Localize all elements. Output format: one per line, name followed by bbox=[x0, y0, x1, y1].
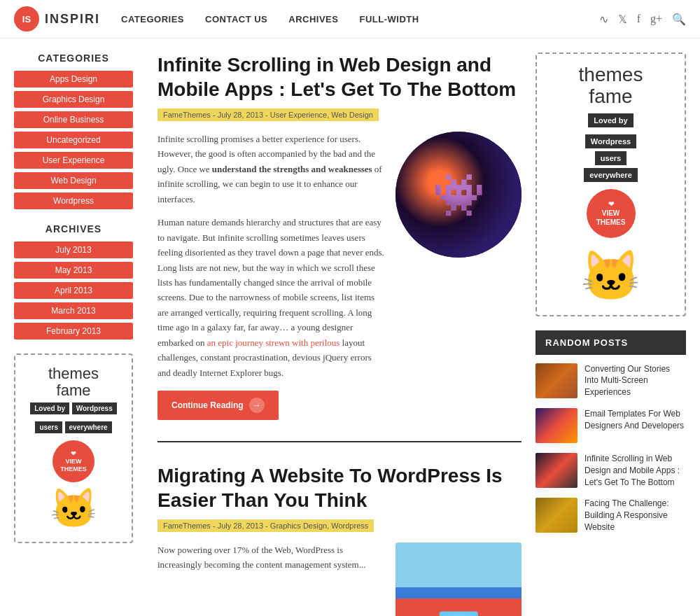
right-ad[interactable]: themes fame Loved by Wordpress users eve… bbox=[536, 52, 686, 316]
rss-icon[interactable]: ∿ bbox=[599, 13, 608, 26]
gplus-icon[interactable]: g+ bbox=[650, 13, 662, 25]
sidebar-item-uncategorized[interactable]: Uncategorized bbox=[14, 132, 133, 148]
monster-illustration bbox=[396, 132, 522, 258]
logo[interactable]: IS INSPIRI bbox=[14, 6, 100, 31]
continue-reading-button[interactable]: Continue Reading → bbox=[158, 391, 279, 420]
article-1-title: Infinite Scrolling in Web Design and Mob… bbox=[158, 52, 522, 102]
random-post-4[interactable]: Facing The Challenge: Building A Respons… bbox=[536, 498, 686, 533]
search-icon[interactable]: 🔍 bbox=[672, 13, 686, 26]
archives-title: ARCHIVES bbox=[14, 223, 133, 234]
city-illustration bbox=[396, 542, 522, 616]
random-post-3-thumb bbox=[536, 453, 578, 488]
right-ad-badge[interactable]: ❤ VIEW THEMES bbox=[587, 189, 636, 238]
article-2-body: Now powering over 17% of the Web, WordPr… bbox=[158, 542, 522, 616]
nav-categories[interactable]: CATEGORIES bbox=[121, 14, 184, 24]
article-link[interactable]: an epic journey strewn with peri bbox=[207, 337, 325, 348]
article-1: Infinite Scrolling in Web Design and Mob… bbox=[158, 52, 522, 442]
right-ad-script: themes fame bbox=[579, 64, 643, 108]
article-1-body: Infinite scrolling promises a better exp… bbox=[158, 132, 522, 380]
facebook-icon[interactable]: f bbox=[637, 13, 640, 25]
sidebar-archive-march2013[interactable]: March 2013 bbox=[14, 302, 133, 319]
archives-list: July 2013 May 2013 April 2013 March 2013… bbox=[14, 241, 133, 340]
sidebar-archive-may2013[interactable]: May 2013 bbox=[14, 262, 133, 279]
twitter-icon[interactable]: 𝕏 bbox=[618, 13, 627, 26]
sidebar-archive-july2013[interactable]: July 2013 bbox=[14, 241, 133, 258]
right-ad-tagline1: Loved by bbox=[588, 113, 633, 127]
main-nav: CATEGORIES CONTACT US ARCHIVES FULL-WIDT… bbox=[121, 14, 599, 24]
random-post-2-thumb bbox=[536, 408, 578, 443]
right-ad-tagline3: users bbox=[595, 151, 626, 165]
nav-contact[interactable]: CONTACT US bbox=[205, 14, 267, 24]
right-ad-cat-image: 🐱 bbox=[580, 247, 641, 304]
article-1-image bbox=[396, 132, 522, 258]
article-1-meta: FameThemes - July 28, 2013 - User Experi… bbox=[158, 108, 379, 121]
categories-list: Apps Design Graphics Design Online Busin… bbox=[14, 71, 133, 209]
article-2: Migrating A Website To WordPress Is Easi… bbox=[158, 463, 522, 616]
sidebar-item-web-design[interactable]: Web Design bbox=[14, 172, 133, 189]
left-sidebar: CATEGORIES Apps Design Graphics Design O… bbox=[14, 52, 144, 616]
sidebar-item-apps-design[interactable]: Apps Design bbox=[14, 71, 133, 88]
right-ad-tagline2: Wordpress bbox=[585, 134, 636, 148]
random-post-1[interactable]: Converting Our Stories Into Multi-Screen… bbox=[536, 363, 686, 398]
random-post-2-title[interactable]: Email Templates For Web Designers And De… bbox=[584, 408, 686, 432]
sidebar-ad[interactable]: themes fame Loved by Wordpress users eve… bbox=[14, 354, 133, 543]
sidebar-item-online-business[interactable]: Online Business bbox=[14, 111, 133, 128]
sidebar-item-user-experience[interactable]: User Experience bbox=[14, 152, 133, 169]
random-post-4-title[interactable]: Facing The Challenge: Building A Respons… bbox=[584, 498, 686, 533]
header-icons: ∿ 𝕏 f g+ 🔍 bbox=[599, 13, 686, 26]
random-post-4-thumb bbox=[536, 498, 578, 533]
article-2-text: Now powering over 17% of the Web, WordPr… bbox=[158, 542, 385, 616]
arrow-icon: → bbox=[249, 398, 265, 413]
sidebar-ad-tagline1: Loved by bbox=[30, 402, 69, 414]
random-post-3[interactable]: Infinite Scrolling in Web Design and Mob… bbox=[536, 453, 686, 488]
right-ad-tagline4: everywhere bbox=[584, 168, 638, 182]
sidebar-archive-april2013[interactable]: April 2013 bbox=[14, 282, 133, 299]
sidebar-ad-badge[interactable]: ❤ VIEW THEMES bbox=[52, 440, 94, 482]
sidebar-cat-image: 🐱 bbox=[22, 486, 125, 531]
nav-archives[interactable]: ARCHIVES bbox=[288, 14, 338, 24]
page-container: CATEGORIES Apps Design Graphics Design O… bbox=[0, 38, 700, 616]
sidebar-item-graphics-design[interactable]: Graphics Design bbox=[14, 91, 133, 108]
logo-icon: IS bbox=[14, 6, 39, 31]
logo-name: INSPIRI bbox=[45, 12, 100, 27]
article-2-meta: FameThemes - July 28, 2013 - Graphics De… bbox=[158, 519, 374, 532]
random-post-1-title[interactable]: Converting Our Stories Into Multi-Screen… bbox=[584, 363, 686, 398]
header: IS INSPIRI CATEGORIES CONTACT US ARCHIVE… bbox=[0, 0, 700, 38]
sidebar-ad-script: themes fame bbox=[22, 365, 125, 399]
sidebar-archive-feb2013[interactable]: February 2013 bbox=[14, 323, 133, 340]
nav-fullwidth[interactable]: FULL-WIDTH bbox=[359, 14, 419, 24]
sidebar-ad-tagline2: Wordpress bbox=[72, 402, 117, 414]
article-link2[interactable]: lous bbox=[325, 337, 340, 348]
article-2-title: Migrating A Website To WordPress Is Easi… bbox=[158, 463, 522, 512]
random-posts-title: RANDOM POSTS bbox=[536, 330, 686, 355]
random-post-2[interactable]: Email Templates For Web Designers And De… bbox=[536, 408, 686, 443]
article-2-image bbox=[396, 542, 522, 616]
article-1-text: Infinite scrolling promises a better exp… bbox=[158, 132, 385, 380]
random-post-3-title[interactable]: Infinite Scrolling in Web Design and Mob… bbox=[584, 453, 686, 488]
sidebar-ad-tagline3: users bbox=[35, 421, 62, 433]
right-sidebar: themes fame Loved by Wordpress users eve… bbox=[536, 52, 686, 616]
sidebar-ad-tagline4: everywhere bbox=[65, 421, 112, 433]
main-content: Infinite Scrolling in Web Design and Mob… bbox=[144, 52, 536, 616]
categories-title: CATEGORIES bbox=[14, 52, 133, 64]
random-post-1-thumb bbox=[536, 363, 578, 398]
sidebar-item-wordpress[interactable]: Wordpress bbox=[14, 192, 133, 209]
